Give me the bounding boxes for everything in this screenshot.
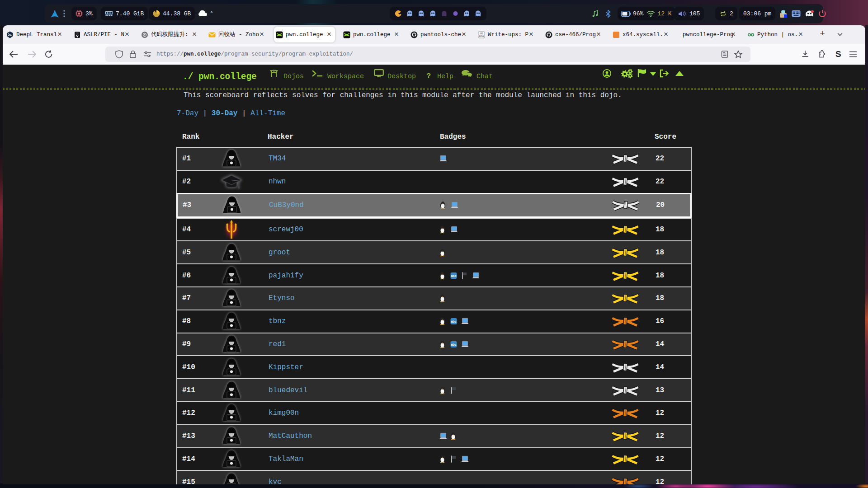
svg-text:1010: 1010 xyxy=(479,35,484,37)
svg-text:abc: abc xyxy=(451,320,456,323)
svg-text:abc: abc xyxy=(451,274,456,277)
svg-text:abc: abc xyxy=(451,343,456,346)
